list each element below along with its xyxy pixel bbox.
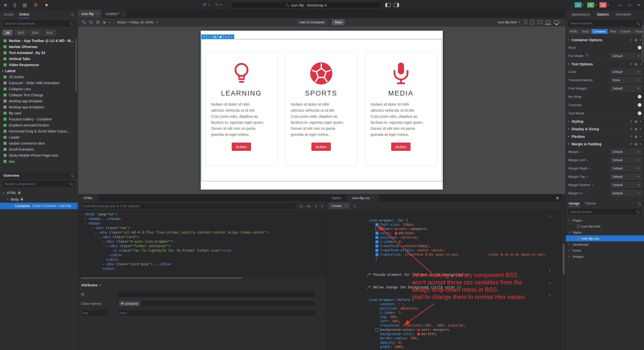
copy-style-icon[interactable]: ▣ (635, 127, 637, 131)
code-line[interactable]: </div> (78, 257, 326, 262)
delete-style-icon[interactable]: × (640, 135, 641, 138)
component-list-item[interactable]: Carousel - Slider With Animation (0, 80, 78, 86)
component-list-item[interactable]: flip card (0, 110, 78, 116)
preview-laptop-icon[interactable] (546, 21, 550, 24)
property-checkbox[interactable] (375, 253, 379, 256)
code-line[interactable]: ▾<html lang="en"> (78, 212, 326, 216)
tab-styles[interactable]: Styles (326, 194, 347, 201)
attribute-value-input[interactable] (117, 310, 316, 316)
tab-online[interactable]: Online (19, 10, 29, 18)
component-list-item[interactable]: Fusuma Gallery - Complete (0, 116, 78, 122)
component-list-item[interactable]: Sticky-Mobile-Phone-Page-Icon (0, 152, 78, 158)
create-caret[interactable]: ▾ (344, 204, 349, 207)
asset-tree-item[interactable]: icon-flip.css (566, 235, 644, 241)
copy-style-icon[interactable]: ▣ (635, 62, 637, 66)
property-checkbox[interactable] (375, 244, 379, 248)
element-tab-column[interactable]: Column (619, 29, 633, 34)
page-select[interactable]: icon-flip.html ▾ (498, 20, 520, 24)
search-styles-icon[interactable] (353, 204, 356, 207)
redo-icon[interactable]: ↷ (215, 2, 219, 8)
maximize-button[interactable]: □ (628, 3, 631, 7)
attribute-menu-icon[interactable]: ⋮ (318, 311, 322, 315)
undo-icon[interactable]: ↶ (203, 2, 207, 8)
code-line[interactable]: ▸<head>...</head> (78, 216, 326, 221)
preview-desktop-icon[interactable] (554, 21, 559, 24)
minimize-button[interactable]: — (618, 3, 621, 7)
overview-search-input[interactable] (5, 182, 70, 186)
expand-caret-icon[interactable]: ▸ (11, 205, 15, 207)
copy-style-icon[interactable]: ▣ (635, 142, 637, 146)
reset-icon[interactable]: ↺ (630, 142, 632, 146)
expand-caret-icon[interactable]: ▾ (85, 223, 88, 225)
close-button[interactable]: × (638, 3, 640, 7)
zoom-in-icon[interactable]: + (82, 20, 86, 24)
redo-menu-caret[interactable]: ▾ (220, 4, 222, 6)
drag-handle-icon[interactable]: + (201, 34, 207, 39)
asset-tree-item[interactable]: icon-flip.html (566, 223, 644, 229)
duplicate-icon[interactable]: ▣ (218, 34, 223, 39)
overview-tree-item[interactable]: ▾ Body (0, 196, 78, 203)
asset-tree-item[interactable]: ▾ Pages (566, 217, 644, 223)
reset-icon[interactable]: ↺ (630, 120, 632, 123)
layers-caret[interactable]: ▾ (109, 21, 110, 24)
code-line[interactable]: ▾<div class="row"> (78, 226, 326, 230)
block-menu-icon[interactable]: ⋮ (554, 268, 557, 273)
undo-menu-caret[interactable]: ▾ (208, 4, 210, 6)
expand-caret-icon[interactable]: ▸ (85, 218, 88, 221)
reset-icon[interactable]: ↺ (630, 38, 632, 42)
tab-design[interactable]: Design (569, 200, 580, 207)
property-checkbox[interactable] (375, 223, 379, 226)
tab-icon-flip-css[interactable]: icon-flip.css × (347, 194, 380, 201)
component-list-item[interactable]: desktop app template2 (0, 104, 78, 110)
new-file-icon[interactable]: ▯ (13, 3, 16, 7)
option-select[interactable]: Default▾ (610, 165, 641, 171)
asset-tree-item[interactable]: ▸ Fonts (566, 247, 644, 253)
settings-gear-icon[interactable]: ⚙ (34, 3, 38, 7)
element-tab-container[interactable]: Container (591, 29, 608, 34)
filter-bs3[interactable]: BS3 (14, 30, 27, 36)
preview-tablet-landscape-icon[interactable] (538, 21, 542, 24)
tab-options[interactable]: Options (597, 12, 609, 16)
property-checkbox[interactable] (375, 227, 379, 231)
component-list-item[interactable]: Text Animated - By Zé (0, 50, 78, 56)
property-checkbox[interactable] (375, 328, 379, 331)
card[interactable]: LEARNING Nullam id dolor id nibhultricie… (205, 52, 277, 166)
expand-caret-icon[interactable]: ▾ (106, 245, 109, 248)
theme-button[interactable]: ● (599, 2, 607, 8)
expand-caret-icon[interactable]: ▾ (7, 198, 11, 201)
block-menu-icon[interactable]: ⋮ (554, 214, 557, 218)
component-list-item[interactable]: Loader (0, 134, 78, 140)
card-button[interactable]: Button (311, 143, 331, 151)
tab-studio[interactable]: Studio (4, 10, 14, 18)
component-list-item[interactable]: Collapse Text Change (0, 92, 78, 98)
preview-browser-button[interactable]: ▭ (575, 2, 582, 8)
card[interactable]: SPORTS Nullam id dolor id nibhultricies … (285, 52, 357, 166)
code-line[interactable]: ▾<div class="card"> (78, 235, 326, 239)
expand-caret-icon[interactable]: ▾ (3, 192, 7, 194)
zoom-out-icon[interactable]: − (89, 20, 93, 24)
code-line[interactable]: <i class="far fa-lightbulb far fa-futbol… (78, 248, 326, 253)
collapse-caret-icon[interactable]: ▾ (100, 284, 101, 287)
search-icon[interactable] (71, 174, 74, 177)
close-tab-icon[interactable]: × (372, 196, 374, 200)
link-icon[interactable]: ∞ (223, 34, 229, 39)
code-line[interactable]: </div> (78, 266, 326, 271)
scrollbar-thumb[interactable] (562, 244, 565, 274)
attribute-key-input[interactable] (81, 310, 108, 316)
toggle-switch[interactable] (638, 46, 641, 50)
option-select[interactable]: Default▾ (610, 69, 641, 75)
page-preview[interactable]: +↑▤▣∞× (201, 31, 443, 190)
delete-icon[interactable]: × (229, 34, 234, 39)
assets-search-input[interactable] (570, 210, 636, 214)
code-line[interactable]: </div> (78, 253, 326, 257)
toggle-left-panel-icon[interactable] (385, 3, 391, 7)
option-select[interactable]: Default▾ (610, 149, 641, 155)
option-select[interactable]: Default▾ (610, 190, 641, 196)
option-select[interactable]: None▾ (610, 77, 641, 83)
find-elements-input[interactable] (83, 204, 294, 208)
reorder-icon[interactable]: ⇅ (549, 214, 551, 218)
option-select[interactable]: Default▾ (610, 182, 641, 188)
code-line[interactable]: ▾<div class="m-auto icon-wrapper"> (78, 239, 326, 244)
expand-caret-icon[interactable]: ▾ (81, 213, 85, 216)
reset-icon[interactable]: ↺ (630, 62, 632, 66)
